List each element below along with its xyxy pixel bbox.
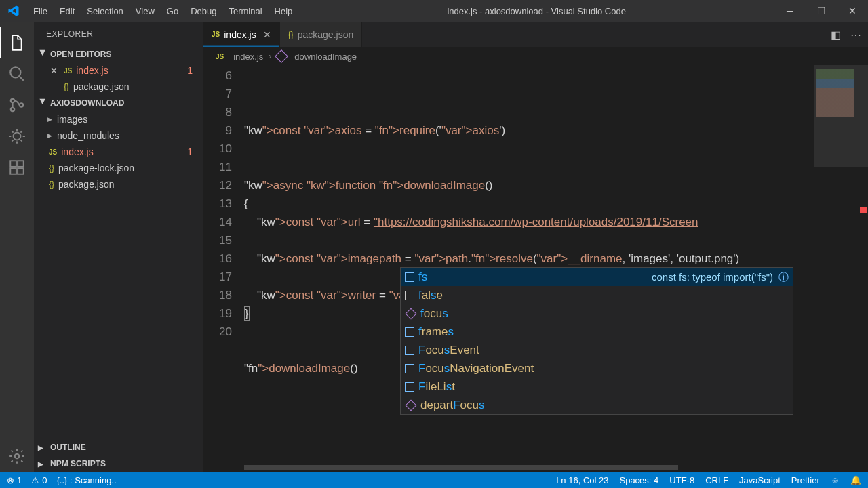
cursor-position[interactable]: Ln 16, Col 23	[556, 475, 608, 485]
suggest-item[interactable]: FileList	[401, 378, 793, 396]
svg-rect-5	[10, 161, 16, 167]
titlebar: File Edit Selection View Go Debug Termin…	[0, 0, 868, 22]
notifications-icon[interactable]: 🔔	[850, 475, 861, 485]
close-icon[interactable]: ✕	[263, 29, 271, 40]
outline-header[interactable]: ▶OUTLINE	[34, 439, 203, 455]
chevron-right-icon: ▶	[47, 116, 56, 123]
suggest-item[interactable]: fsconst fs: typeof import("fs")ⓘ	[401, 268, 793, 286]
chevron-right-icon: ›	[269, 52, 271, 61]
chevron-down-icon: ▶	[39, 98, 47, 108]
menu-edit[interactable]: Edit	[54, 6, 81, 16]
activity-bar	[0, 22, 34, 472]
editor: JSindex.js✕ {}package.json ◧ ⋯ JS index.…	[203, 22, 868, 472]
suggest-item[interactable]: false	[401, 286, 793, 304]
search-icon[interactable]	[0, 58, 34, 89]
close-icon[interactable]: ✕	[50, 66, 61, 76]
problems-warnings[interactable]: ⚠ 0	[31, 475, 47, 485]
svg-point-3	[20, 103, 23, 106]
source-control-icon[interactable]	[0, 89, 34, 121]
more-icon[interactable]: ⋯	[850, 28, 861, 41]
menu-file[interactable]: File	[27, 6, 54, 16]
chevron-right-icon: ▶	[47, 132, 56, 139]
folder-item[interactable]: ▶images	[34, 111, 203, 127]
suggest-item[interactable]: frames	[401, 323, 793, 341]
file-item[interactable]: JSindex.js1	[34, 144, 203, 160]
breadcrumb[interactable]: JS index.js › downloadImage	[203, 47, 868, 65]
menu-view[interactable]: View	[130, 6, 161, 16]
maximize-icon[interactable]: ☐	[806, 0, 837, 22]
file-item[interactable]: {}package-lock.json	[34, 160, 203, 176]
chevron-down-icon: ▶	[39, 49, 47, 59]
debug-icon[interactable]	[0, 121, 34, 152]
svg-rect-8	[18, 161, 24, 167]
chevron-right-icon: ▶	[38, 460, 47, 468]
open-editors-header[interactable]: ▶OPEN EDITORS	[34, 46, 203, 62]
js-file-icon: JS	[64, 67, 72, 75]
suggest-item[interactable]: FocusEvent	[401, 341, 793, 359]
breadcrumb-symbol[interactable]: downloadImage	[294, 52, 357, 62]
status-bar: ⊗ 1 ⚠ 0 {..} : Scanning.. Ln 16, Col 23 …	[0, 472, 868, 488]
minimize-icon[interactable]: ─	[774, 0, 806, 22]
autocomplete-popup[interactable]: fsconst fs: typeof import("fs")ⓘfalsefoc…	[400, 267, 793, 415]
tab-packagejson[interactable]: {}package.json	[280, 22, 363, 47]
extensions-icon[interactable]	[0, 152, 34, 183]
method-icon	[275, 49, 288, 63]
svg-rect-6	[10, 168, 16, 174]
json-file-icon: {}	[288, 30, 294, 39]
json-file-icon: {}	[49, 163, 54, 173]
svg-point-1	[11, 99, 14, 102]
project-header[interactable]: ▶AXIOSDOWNLOAD	[34, 95, 203, 111]
vscode-logo-icon	[0, 5, 27, 17]
suggest-item[interactable]: FocusNavigationEvent	[401, 359, 793, 378]
indentation[interactable]: Spaces: 4	[619, 475, 658, 485]
code-editor[interactable]: 67891011121314151617181920 "kw">const "v…	[203, 65, 868, 464]
prettier-status[interactable]: Prettier	[791, 475, 820, 485]
line-gutter: 67891011121314151617181920	[203, 65, 244, 464]
feedback-icon[interactable]: ☺	[831, 475, 840, 485]
encoding[interactable]: UTF-8	[669, 475, 694, 485]
tab-indexjs[interactable]: JSindex.js✕	[203, 22, 280, 47]
eol[interactable]: CRLF	[705, 475, 728, 485]
open-editor-item[interactable]: ✕JSindex.js1	[34, 62, 203, 79]
svg-rect-7	[18, 168, 24, 174]
svg-point-2	[11, 108, 14, 111]
sidebar-title: EXPLORER	[34, 22, 203, 46]
tab-bar: JSindex.js✕ {}package.json ◧ ⋯	[203, 22, 868, 47]
sidebar: EXPLORER ▶OPEN EDITORS ✕JSindex.js1 {}pa…	[34, 22, 203, 472]
window-controls: ─ ☐ ✕	[774, 0, 868, 22]
code-content[interactable]: "kw">const "var">axios = "fn">require('"…	[244, 65, 868, 464]
js-file-icon: JS	[216, 53, 224, 60]
split-editor-icon[interactable]: ◧	[831, 28, 841, 41]
settings-icon[interactable]	[0, 441, 34, 472]
explorer-icon[interactable]	[0, 27, 34, 58]
npm-scripts-header[interactable]: ▶NPM SCRIPTS	[34, 455, 203, 472]
json-file-icon: {}	[49, 180, 54, 189]
svg-point-4	[14, 133, 21, 140]
menu-debug[interactable]: Debug	[184, 6, 222, 16]
window-title: index.js - axiosdownload - Visual Studio…	[298, 6, 774, 16]
menu-selection[interactable]: Selection	[81, 6, 129, 16]
breadcrumb-file[interactable]: index.js	[233, 52, 263, 62]
js-file-icon: JS	[212, 30, 220, 38]
open-editor-item[interactable]: {}package.json	[34, 79, 203, 95]
suggest-item[interactable]: departFocus	[401, 396, 793, 414]
menu-help[interactable]: Help	[269, 6, 299, 16]
language-mode[interactable]: JavaScript	[739, 475, 781, 485]
error-badge: 1	[187, 65, 193, 76]
suggest-item[interactable]: focus	[401, 304, 793, 323]
js-file-icon: JS	[49, 148, 57, 156]
error-badge: 1	[187, 146, 193, 157]
menu-terminal[interactable]: Terminal	[222, 6, 268, 16]
chevron-right-icon: ▶	[38, 444, 47, 451]
svg-point-0	[10, 67, 20, 77]
problems-errors[interactable]: ⊗ 1	[7, 475, 22, 485]
menu-go[interactable]: Go	[161, 6, 184, 16]
close-icon[interactable]: ✕	[837, 0, 868, 22]
minimap[interactable]	[814, 65, 868, 464]
horizontal-scrollbar[interactable]	[203, 464, 868, 472]
menu-bar: File Edit Selection View Go Debug Termin…	[27, 6, 298, 16]
json-file-icon: {}	[64, 82, 69, 92]
file-item[interactable]: {}package.json	[34, 176, 203, 192]
folder-item[interactable]: ▶node_modules	[34, 127, 203, 144]
svg-point-9	[15, 454, 20, 459]
